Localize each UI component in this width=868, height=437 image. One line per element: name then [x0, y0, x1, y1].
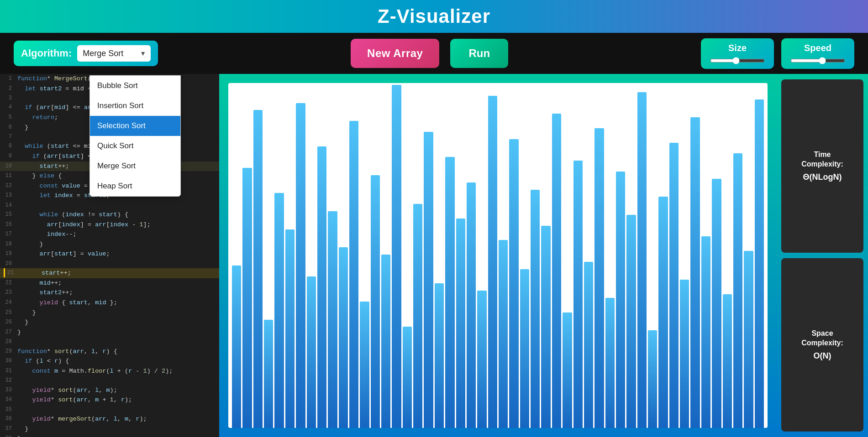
code-line-14: 14 [0, 201, 219, 210]
bar [680, 280, 689, 428]
bar [424, 132, 433, 428]
dropdown-item-merge[interactable]: Merge Sort [90, 156, 180, 176]
bar [253, 110, 263, 428]
size-label: Size [728, 43, 747, 53]
bar [755, 99, 764, 428]
code-line-16: 16 arr[index] = arr[index - 1]; [0, 220, 219, 230]
bar [285, 229, 295, 428]
bar [605, 298, 615, 428]
time-complexity-box: TimeComplexity: Θ(NLogN) [781, 79, 863, 253]
space-complexity-box: SpaceComplexity: O(N) [781, 258, 863, 432]
bar [339, 247, 348, 428]
run-button[interactable]: Run [450, 39, 508, 68]
bar [445, 157, 454, 428]
speed-slider[interactable] [790, 57, 845, 64]
bar [744, 251, 753, 428]
bar [723, 294, 732, 428]
bar [242, 168, 252, 428]
code-line-20: 20 [0, 259, 219, 268]
code-line-28: 28 [0, 337, 219, 346]
visualizer-area [219, 74, 777, 437]
algorithm-section: Algorithm: Merge Sort Bubble Sort Insert… [14, 41, 158, 66]
bar [658, 197, 668, 428]
space-complexity-value: O(N) [814, 351, 831, 361]
dropdown-item-quick[interactable]: Quick Sort [90, 136, 180, 156]
new-array-button[interactable]: New Array [351, 39, 439, 68]
algorithm-dropdown: Bubble Sort Insertion Sort Selection Sor… [89, 75, 181, 197]
bar [573, 161, 583, 428]
bar [381, 255, 390, 428]
bars-container [228, 83, 768, 428]
dropdown-item-heap[interactable]: Heap Sort [90, 176, 180, 196]
code-line-35: 35 [0, 405, 219, 414]
bar [349, 121, 358, 428]
algorithm-select[interactable]: Merge Sort Bubble Sort Insertion Sort Se… [77, 45, 151, 62]
bar [413, 204, 422, 428]
code-line-34: 34 yield* sort(arr, m + 1, r); [0, 395, 219, 405]
code-line-25: 25 } [0, 308, 219, 318]
bar [509, 139, 518, 428]
algorithm-select-wrapper: Merge Sort Bubble Sort Insertion Sort Se… [77, 45, 151, 62]
code-line-22: 22 mid++; [0, 278, 219, 288]
code-line-26: 26 } [0, 317, 219, 328]
bar [594, 128, 604, 428]
bar [584, 262, 593, 428]
bar [296, 103, 305, 428]
code-line-31: 31 const m = Math.floor(l + (r - 1) / 2)… [0, 366, 219, 376]
code-line-19: 19 arr[start] = value; [0, 249, 219, 259]
bar [552, 114, 561, 428]
bar [264, 320, 273, 428]
time-complexity-title: TimeComplexity: [801, 150, 843, 169]
bar [637, 92, 647, 428]
bar [403, 327, 412, 428]
toolbar: Algorithm: Merge Sort Bubble Sort Insert… [0, 33, 868, 74]
speed-control: Speed [781, 38, 854, 69]
dropdown-item-selection[interactable]: Selection Sort [90, 116, 180, 136]
code-line-17: 17 index--; [0, 229, 219, 239]
bar [307, 276, 316, 428]
complexity-panel: TimeComplexity: Θ(NLogN) SpaceComplexity… [777, 74, 868, 437]
code-line-30: 30 if (l < r) { [0, 356, 219, 366]
bar [328, 211, 337, 428]
dropdown-item-bubble[interactable]: Bubble Sort [90, 76, 180, 96]
code-line-24: 24 yield { start, mid }; [0, 298, 219, 308]
code-line-36: 36 yield* mergeSort(arr, l, m, r); [0, 414, 219, 424]
code-line-38: 38 } [0, 434, 219, 437]
app-title: Z-Visualizer [378, 5, 490, 27]
code-line-32: 32 [0, 376, 219, 385]
bar [648, 330, 657, 428]
code-line-15: 15 while (index != start) { [0, 210, 219, 220]
bar [477, 291, 486, 428]
bar [669, 143, 679, 428]
bar [733, 153, 742, 428]
speed-label: Speed [804, 43, 831, 53]
bar [701, 236, 710, 428]
time-complexity-value: Θ(NLogN) [803, 172, 842, 182]
bar [541, 226, 550, 428]
bar [467, 182, 476, 428]
code-line-18: 18 } [0, 239, 219, 250]
bar [690, 117, 700, 428]
bar [563, 312, 572, 428]
size-slider[interactable] [710, 57, 765, 64]
bar [392, 85, 401, 428]
bar [712, 179, 721, 428]
code-line-29: 29 function* sort(arr, l, r) { [0, 347, 219, 357]
code-line-21: 21 start++; [0, 268, 219, 278]
bar [520, 269, 529, 428]
bar [435, 283, 444, 428]
dropdown-item-insertion[interactable]: Insertion Sort [90, 96, 180, 116]
bar [488, 96, 497, 428]
code-line-37: 37 } [0, 424, 219, 434]
algorithm-label: Algorithm: [21, 47, 72, 59]
code-line-33: 33 yield* sort(arr, l, m); [0, 385, 219, 395]
bar [456, 218, 465, 428]
bar [360, 302, 369, 428]
code-line-27: 27 } [0, 328, 219, 338]
space-complexity-title: SpaceComplexity: [801, 329, 843, 348]
bar [371, 175, 380, 428]
bar [274, 193, 284, 428]
bar [626, 215, 636, 428]
center-buttons: New Array Run [167, 39, 692, 68]
bar [232, 265, 241, 428]
